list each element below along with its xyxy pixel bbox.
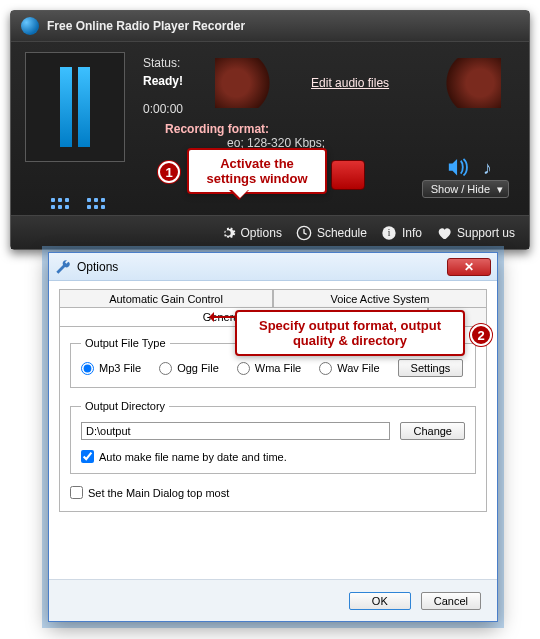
edit-audio-link[interactable]: Edit audio files <box>311 76 389 90</box>
wrench-icon <box>55 259 71 275</box>
annotation-callout-1-text: Activate the settings window <box>206 156 307 186</box>
status-value: Ready! <box>143 74 183 88</box>
show-hide-dropdown[interactable]: Show / Hide <box>422 180 509 198</box>
auto-filename-label: Auto make file name by date and time. <box>99 451 287 463</box>
output-path-row: Change <box>81 422 465 440</box>
bottom-toolbar: Options Schedule i Info Support us <box>11 215 529 249</box>
info-label: Info <box>402 226 422 240</box>
schedule-label: Schedule <box>317 226 367 240</box>
radio-mp3[interactable]: Mp3 File <box>81 362 141 375</box>
annotation-badge-2: 2 <box>470 324 492 346</box>
gear-icon <box>220 225 236 241</box>
options-title: Options <box>77 260 118 274</box>
speaker-right-icon <box>431 58 501 108</box>
record-button[interactable] <box>331 160 365 190</box>
radio-mp3-input[interactable] <box>81 362 94 375</box>
output-directory-group: Output Directory Change Auto make file n… <box>70 400 476 474</box>
app-title: Free Online Radio Player Recorder <box>47 19 245 33</box>
change-dir-button[interactable]: Change <box>400 422 465 440</box>
radio-ogg[interactable]: Ogg File <box>159 362 219 375</box>
recording-format-label: Recording format: eo; 128-320 Kbps; <box>165 122 515 150</box>
topmost-input[interactable] <box>70 486 83 499</box>
recording-format-heading: Recording format: <box>165 122 269 136</box>
file-type-radios: Mp3 File Ogg File Wma File Wav File Sett… <box>81 359 465 377</box>
info-icon: i <box>381 225 397 241</box>
annotation-badge-1: 1 <box>158 161 180 183</box>
annotation-callout-1: Activate the settings window <box>187 148 327 194</box>
sound-icon[interactable] <box>447 158 469 176</box>
annotation-arrow-2 <box>210 316 236 318</box>
support-label: Support us <box>457 226 515 240</box>
topmost-checkbox[interactable]: Set the Main Dialog top most <box>70 486 476 499</box>
radio-ogg-input[interactable] <box>159 362 172 375</box>
app-logo-icon <box>21 17 39 35</box>
topmost-label: Set the Main Dialog top most <box>88 487 229 499</box>
cancel-button[interactable]: Cancel <box>421 592 481 610</box>
status-label: Status: <box>143 56 183 70</box>
music-note-icon[interactable]: ♪ <box>483 158 499 176</box>
output-directory-legend: Output Directory <box>81 400 169 412</box>
radio-wav-input[interactable] <box>319 362 332 375</box>
options-window: Options ✕ Automatic Gain Control Voice A… <box>48 252 498 622</box>
options-footer: OK Cancel <box>49 579 497 621</box>
titlebar[interactable]: Free Online Radio Player Recorder <box>11 11 529 42</box>
tabs-row-top: Automatic Gain Control Voice Active Syst… <box>59 289 487 308</box>
output-path-input[interactable] <box>81 422 390 440</box>
level-meter <box>25 52 125 162</box>
radio-wma[interactable]: Wma File <box>237 362 301 375</box>
right-panel: Edit audio files Recording format: eo; 1… <box>201 52 515 162</box>
annotation-callout-2-text: Specify output format, output quality & … <box>259 318 441 348</box>
level-bar-left <box>60 67 72 147</box>
close-icon: ✕ <box>464 260 474 274</box>
options-titlebar[interactable]: Options ✕ <box>49 253 497 281</box>
elapsed-time: 0:00:00 <box>143 102 183 116</box>
svg-text:i: i <box>388 228 391 238</box>
auto-filename-input[interactable] <box>81 450 94 463</box>
tab-vas[interactable]: Voice Active System <box>273 289 487 308</box>
level-bar-right <box>78 67 90 147</box>
clock-icon <box>296 225 312 241</box>
file-type-settings-button[interactable]: Settings <box>398 359 464 377</box>
ok-button[interactable]: OK <box>349 592 411 610</box>
radio-wma-input[interactable] <box>237 362 250 375</box>
output-file-type-legend: Output File Type <box>81 337 170 349</box>
options-label: Options <box>241 226 282 240</box>
support-button[interactable]: Support us <box>436 225 515 241</box>
auto-filename-checkbox[interactable]: Auto make file name by date and time. <box>81 450 465 463</box>
info-button[interactable]: i Info <box>381 225 422 241</box>
close-button[interactable]: ✕ <box>447 258 491 276</box>
radio-wav[interactable]: Wav File <box>319 362 379 375</box>
tab-agc[interactable]: Automatic Gain Control <box>59 289 273 308</box>
schedule-button[interactable]: Schedule <box>296 225 367 241</box>
preset-dots[interactable] <box>51 198 105 209</box>
main-app-window: Free Online Radio Player Recorder Status… <box>10 10 530 250</box>
speaker-left-icon <box>215 58 285 108</box>
options-button[interactable]: Options <box>220 225 282 241</box>
annotation-callout-2: Specify output format, output quality & … <box>235 310 465 356</box>
heart-icon <box>436 225 452 241</box>
